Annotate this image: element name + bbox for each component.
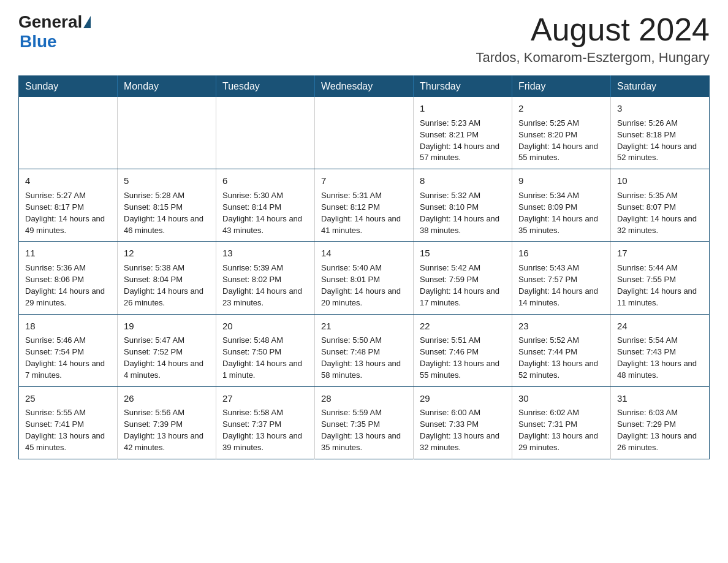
calendar-day-5: 5Sunrise: 5:28 AM Sunset: 8:15 PM Daylig… <box>118 169 216 242</box>
calendar-week-row: 11Sunrise: 5:36 AM Sunset: 8:06 PM Dayli… <box>19 242 710 314</box>
day-info: Sunrise: 5:38 AM Sunset: 8:04 PM Dayligh… <box>124 262 210 308</box>
header-thursday: Thursday <box>414 76 512 98</box>
calendar-day-24: 24Sunrise: 5:54 AM Sunset: 7:43 PM Dayli… <box>611 314 710 386</box>
day-info: Sunrise: 5:52 AM Sunset: 7:44 PM Dayligh… <box>518 335 604 381</box>
day-number: 25 <box>25 392 111 405</box>
calendar-day-4: 4Sunrise: 5:27 AM Sunset: 8:17 PM Daylig… <box>19 169 118 242</box>
day-number: 30 <box>518 392 604 405</box>
location-title: Tardos, Komarom-Esztergom, Hungary <box>476 50 710 66</box>
day-info: Sunrise: 6:02 AM Sunset: 7:31 PM Dayligh… <box>518 407 604 453</box>
calendar-day-19: 19Sunrise: 5:47 AM Sunset: 7:52 PM Dayli… <box>118 314 216 386</box>
day-number: 5 <box>124 174 210 188</box>
day-number: 16 <box>518 247 604 260</box>
calendar-day-6: 6Sunrise: 5:30 AM Sunset: 8:14 PM Daylig… <box>216 169 315 242</box>
header-friday: Friday <box>512 76 611 98</box>
day-info: Sunrise: 5:28 AM Sunset: 8:15 PM Dayligh… <box>124 190 210 236</box>
calendar-day-15: 15Sunrise: 5:42 AM Sunset: 7:59 PM Dayli… <box>414 242 512 314</box>
calendar-empty-cell <box>118 97 216 169</box>
calendar-day-8: 8Sunrise: 5:32 AM Sunset: 8:10 PM Daylig… <box>414 169 512 242</box>
calendar-empty-cell <box>315 97 414 169</box>
day-number: 22 <box>420 320 506 333</box>
day-info: Sunrise: 5:36 AM Sunset: 8:06 PM Dayligh… <box>25 262 111 308</box>
calendar-day-27: 27Sunrise: 5:58 AM Sunset: 7:37 PM Dayli… <box>216 386 315 459</box>
page-header: General Blue August 2024 Tardos, Komarom… <box>18 12 710 66</box>
day-info: Sunrise: 6:00 AM Sunset: 7:33 PM Dayligh… <box>420 407 506 453</box>
calendar-day-1: 1Sunrise: 5:23 AM Sunset: 8:21 PM Daylig… <box>414 97 512 169</box>
day-number: 13 <box>222 247 308 260</box>
day-info: Sunrise: 6:03 AM Sunset: 7:29 PM Dayligh… <box>617 407 703 453</box>
calendar-day-16: 16Sunrise: 5:43 AM Sunset: 7:57 PM Dayli… <box>512 242 611 314</box>
day-info: Sunrise: 5:31 AM Sunset: 8:12 PM Dayligh… <box>321 190 407 236</box>
day-info: Sunrise: 5:40 AM Sunset: 8:01 PM Dayligh… <box>321 262 407 308</box>
calendar-day-20: 20Sunrise: 5:48 AM Sunset: 7:50 PM Dayli… <box>216 314 315 386</box>
day-info: Sunrise: 5:59 AM Sunset: 7:35 PM Dayligh… <box>321 407 407 453</box>
day-number: 3 <box>617 102 703 115</box>
header-monday: Monday <box>118 76 216 98</box>
logo-triangle-icon <box>83 16 91 28</box>
day-number: 27 <box>222 392 308 405</box>
day-number: 18 <box>25 320 111 333</box>
calendar-day-2: 2Sunrise: 5:25 AM Sunset: 8:20 PM Daylig… <box>512 97 611 169</box>
logo-area: General Blue <box>18 12 92 52</box>
day-info: Sunrise: 5:46 AM Sunset: 7:54 PM Dayligh… <box>25 335 111 381</box>
header-wednesday: Wednesday <box>315 76 414 98</box>
day-number: 29 <box>420 392 506 405</box>
day-number: 15 <box>420 247 506 260</box>
calendar-week-row: 18Sunrise: 5:46 AM Sunset: 7:54 PM Dayli… <box>19 314 710 386</box>
day-info: Sunrise: 5:42 AM Sunset: 7:59 PM Dayligh… <box>420 262 506 308</box>
calendar-day-14: 14Sunrise: 5:40 AM Sunset: 8:01 PM Dayli… <box>315 242 414 314</box>
calendar-day-31: 31Sunrise: 6:03 AM Sunset: 7:29 PM Dayli… <box>611 386 710 459</box>
day-info: Sunrise: 5:50 AM Sunset: 7:48 PM Dayligh… <box>321 335 407 381</box>
calendar-day-17: 17Sunrise: 5:44 AM Sunset: 7:55 PM Dayli… <box>611 242 710 314</box>
calendar-week-row: 4Sunrise: 5:27 AM Sunset: 8:17 PM Daylig… <box>19 169 710 242</box>
calendar-week-row: 1Sunrise: 5:23 AM Sunset: 8:21 PM Daylig… <box>19 97 710 169</box>
day-number: 24 <box>617 320 703 333</box>
day-number: 17 <box>617 247 703 260</box>
logo-general-text: General <box>18 12 82 32</box>
calendar-day-26: 26Sunrise: 5:56 AM Sunset: 7:39 PM Dayli… <box>118 386 216 459</box>
day-number: 1 <box>420 102 506 115</box>
day-number: 4 <box>25 174 111 188</box>
calendar-day-9: 9Sunrise: 5:34 AM Sunset: 8:09 PM Daylig… <box>512 169 611 242</box>
day-info: Sunrise: 5:48 AM Sunset: 7:50 PM Dayligh… <box>222 335 308 381</box>
day-info: Sunrise: 5:32 AM Sunset: 8:10 PM Dayligh… <box>420 190 506 236</box>
day-info: Sunrise: 5:25 AM Sunset: 8:20 PM Dayligh… <box>518 118 604 164</box>
day-number: 21 <box>321 320 407 333</box>
calendar-day-13: 13Sunrise: 5:39 AM Sunset: 8:02 PM Dayli… <box>216 242 315 314</box>
day-number: 14 <box>321 247 407 260</box>
logo: General <box>18 12 92 32</box>
day-number: 7 <box>321 174 407 188</box>
header-saturday: Saturday <box>611 76 710 98</box>
day-info: Sunrise: 5:54 AM Sunset: 7:43 PM Dayligh… <box>617 335 703 381</box>
calendar-day-22: 22Sunrise: 5:51 AM Sunset: 7:46 PM Dayli… <box>414 314 512 386</box>
day-number: 9 <box>518 174 604 188</box>
day-number: 19 <box>124 320 210 333</box>
day-number: 2 <box>518 102 604 115</box>
day-info: Sunrise: 5:44 AM Sunset: 7:55 PM Dayligh… <box>617 262 703 308</box>
day-number: 6 <box>222 174 308 188</box>
day-number: 8 <box>420 174 506 188</box>
day-info: Sunrise: 5:23 AM Sunset: 8:21 PM Dayligh… <box>420 118 506 164</box>
calendar-day-30: 30Sunrise: 6:02 AM Sunset: 7:31 PM Dayli… <box>512 386 611 459</box>
day-number: 12 <box>124 247 210 260</box>
calendar-empty-cell <box>19 97 118 169</box>
day-number: 26 <box>124 392 210 405</box>
header-sunday: Sunday <box>19 76 118 98</box>
calendar-week-row: 25Sunrise: 5:55 AM Sunset: 7:41 PM Dayli… <box>19 386 710 459</box>
day-number: 23 <box>518 320 604 333</box>
day-info: Sunrise: 5:27 AM Sunset: 8:17 PM Dayligh… <box>25 190 111 236</box>
day-info: Sunrise: 5:51 AM Sunset: 7:46 PM Dayligh… <box>420 335 506 381</box>
day-info: Sunrise: 5:43 AM Sunset: 7:57 PM Dayligh… <box>518 262 604 308</box>
calendar-day-10: 10Sunrise: 5:35 AM Sunset: 8:07 PM Dayli… <box>611 169 710 242</box>
calendar-day-11: 11Sunrise: 5:36 AM Sunset: 8:06 PM Dayli… <box>19 242 118 314</box>
day-number: 31 <box>617 392 703 405</box>
calendar-empty-cell <box>216 97 315 169</box>
day-number: 28 <box>321 392 407 405</box>
day-info: Sunrise: 5:56 AM Sunset: 7:39 PM Dayligh… <box>124 407 210 453</box>
day-info: Sunrise: 5:34 AM Sunset: 8:09 PM Dayligh… <box>518 190 604 236</box>
month-title: August 2024 <box>476 12 710 47</box>
day-info: Sunrise: 5:58 AM Sunset: 7:37 PM Dayligh… <box>222 407 308 453</box>
calendar-day-29: 29Sunrise: 6:00 AM Sunset: 7:33 PM Dayli… <box>414 386 512 459</box>
calendar-day-18: 18Sunrise: 5:46 AM Sunset: 7:54 PM Dayli… <box>19 314 118 386</box>
day-number: 11 <box>25 247 111 260</box>
